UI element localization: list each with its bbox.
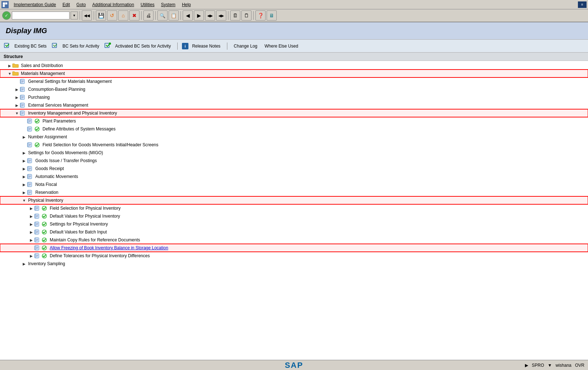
- tree-row[interactable]: ▶ Reservation: [0, 188, 588, 196]
- print-button[interactable]: 🖨: [143, 10, 153, 21]
- expand-button[interactable]: ▶: [22, 158, 27, 163]
- activated-bc-icon[interactable]: [104, 42, 111, 50]
- expand-button[interactable]: ▶: [22, 190, 27, 195]
- help-button[interactable]: ❓: [255, 10, 266, 21]
- tree-row[interactable]: ▶ Field Selection for Physical Inventory: [0, 204, 588, 212]
- tree-row[interactable]: ▶ Goods Issue / Transfer Postings: [0, 157, 588, 165]
- menu-goto[interactable]: Goto: [74, 1, 89, 8]
- ok-button[interactable]: ✓: [2, 11, 11, 20]
- expand-button[interactable]: ▶: [29, 253, 34, 258]
- first-page-button[interactable]: ◀▶: [205, 10, 215, 21]
- sep7: [253, 11, 254, 20]
- tree-row[interactable]: ▶ Automatic Movements: [0, 173, 588, 180]
- expand-button[interactable]: ▶: [22, 166, 27, 171]
- document-icon: [34, 229, 40, 235]
- home-button[interactable]: ⌂: [118, 10, 128, 21]
- document-icon: [19, 110, 26, 116]
- menu-utilities[interactable]: Utilities: [138, 1, 157, 8]
- tree-row[interactable]: ▶ Consumption-Based Planning: [0, 85, 588, 93]
- tree-row[interactable]: Define Attributes of System Messages: [0, 125, 588, 133]
- activated-bc-sets-link[interactable]: Activated BC Sets for Activity: [113, 43, 173, 49]
- tree-row[interactable]: ▶Inventory Sampling: [0, 260, 588, 268]
- expand-button[interactable]: ▶: [22, 174, 27, 179]
- calendar-button[interactable]: 🗓: [230, 10, 240, 21]
- tree-row[interactable]: Field Selection for Goods Movements Init…: [0, 141, 588, 149]
- expand-button[interactable]: ▶: [22, 134, 27, 139]
- release-notes-link[interactable]: Release Notes: [190, 43, 223, 49]
- tree-row[interactable]: ▶Number Assignment: [0, 133, 588, 141]
- menu-additional-info[interactable]: Additional Information: [89, 1, 137, 8]
- expand-button: [22, 119, 27, 124]
- menu-edit[interactable]: Edit: [59, 1, 73, 8]
- tree-label[interactable]: Allow Freezing of Book Inventory Balance…: [48, 245, 168, 250]
- tree-row[interactable]: ▶ Maintain Copy Rules for Reference Docu…: [0, 236, 588, 244]
- tree-row[interactable]: General Settings for Materials Managemen…: [0, 77, 588, 85]
- info-icon[interactable]: i: [182, 43, 188, 49]
- expand-button[interactable]: ▶: [7, 63, 12, 68]
- menu-implementation-guide[interactable]: Implementation Guide: [11, 1, 59, 8]
- tree-row[interactable]: ▶ Goods Receipt: [0, 165, 588, 173]
- tree-row[interactable]: ▶Settings for Goods Movements (MIGO): [0, 149, 588, 157]
- change-log-link[interactable]: Change Log: [232, 43, 259, 49]
- layout-button[interactable]: 🗒: [241, 10, 251, 21]
- bc-activity-icon[interactable]: [52, 42, 59, 50]
- document-icon: [34, 205, 40, 211]
- svg-point-6: [109, 43, 111, 45]
- expand-button[interactable]: ▶: [22, 150, 27, 155]
- tree-row[interactable]: ▶ Default Values for Batch Input: [0, 228, 588, 236]
- bc-set-icon1[interactable]: [4, 42, 11, 50]
- expand-button[interactable]: ▶: [29, 214, 34, 219]
- tree-row[interactable]: ▶ Default Values for Physical Inventory: [0, 212, 588, 220]
- sep1: [80, 11, 80, 20]
- expand-button[interactable]: ▶: [22, 182, 27, 187]
- window-button[interactable]: ≡: [578, 1, 587, 8]
- expand-button[interactable]: ▼: [7, 71, 12, 76]
- document-icon: [27, 126, 33, 132]
- tree-row[interactable]: ▼ Materials Management: [0, 70, 588, 77]
- tree-row[interactable]: ▼Physical Inventory: [0, 196, 588, 204]
- expand-button[interactable]: ▶: [29, 237, 34, 242]
- existing-bc-sets-link[interactable]: Existing BC Sets: [12, 43, 49, 49]
- status-user: wishana: [556, 363, 571, 368]
- next-page-button[interactable]: ▶: [194, 10, 204, 21]
- bc-sets-activity-link[interactable]: BC Sets for Activity: [60, 43, 101, 49]
- expand-button[interactable]: ▶: [29, 222, 34, 227]
- menu-help[interactable]: Help: [179, 1, 194, 8]
- where-used-link[interactable]: Where Else Used: [262, 43, 300, 49]
- last-page-button[interactable]: ◀▶: [216, 10, 226, 21]
- tree-row[interactable]: ▶ External Services Management: [0, 101, 588, 109]
- expand-button[interactable]: ▶: [14, 95, 19, 100]
- expand-button[interactable]: ▶: [14, 103, 19, 108]
- tree-row[interactable]: ▶ Sales and Distribution: [0, 62, 588, 70]
- find-next-button[interactable]: 📋: [169, 10, 179, 21]
- tree-area[interactable]: ▶ Sales and Distribution▼ Materials Mana…: [0, 61, 588, 360]
- tree-row[interactable]: ▼ Inventory Management and Physical Inve…: [0, 109, 588, 117]
- expand-button[interactable]: ▼: [22, 198, 27, 203]
- back-back-button[interactable]: ◀◀: [82, 10, 92, 21]
- expand-button[interactable]: ▶: [14, 87, 19, 92]
- find-button[interactable]: 🔍: [157, 10, 168, 21]
- expand-button[interactable]: ▶: [22, 261, 27, 266]
- document-icon: [34, 221, 40, 227]
- tree-row[interactable]: ▶ Settings for Physical Inventory: [0, 220, 588, 228]
- menu-system[interactable]: System: [158, 1, 178, 8]
- document-icon: [19, 102, 26, 108]
- command-input[interactable]: [12, 12, 70, 19]
- tree-row[interactable]: ▶ Define Tolerances for Physical Invento…: [0, 252, 588, 260]
- tree-label: Physical Inventory: [27, 198, 63, 203]
- tree-row[interactable]: ▶ Purchasing: [0, 93, 588, 101]
- svg-point-80: [42, 206, 46, 210]
- prev-page-button[interactable]: ◀: [183, 10, 193, 21]
- tree-row[interactable]: Allow Freezing of Book Inventory Balance…: [0, 244, 588, 252]
- undo-button[interactable]: ↺: [107, 10, 117, 21]
- status-dropdown[interactable]: ▼: [548, 363, 552, 368]
- stop-button[interactable]: ✖: [129, 10, 139, 21]
- monitor-button[interactable]: 🖥: [267, 10, 277, 21]
- tree-row[interactable]: ▶ Nota Fiscal: [0, 180, 588, 188]
- expand-button[interactable]: ▼: [14, 111, 19, 116]
- command-dropdown[interactable]: ▼: [71, 12, 78, 19]
- expand-button[interactable]: ▶: [29, 206, 34, 211]
- expand-button[interactable]: ▶: [29, 229, 34, 235]
- tree-row[interactable]: Plant Parameters: [0, 117, 588, 125]
- save-button[interactable]: 💾: [96, 10, 106, 21]
